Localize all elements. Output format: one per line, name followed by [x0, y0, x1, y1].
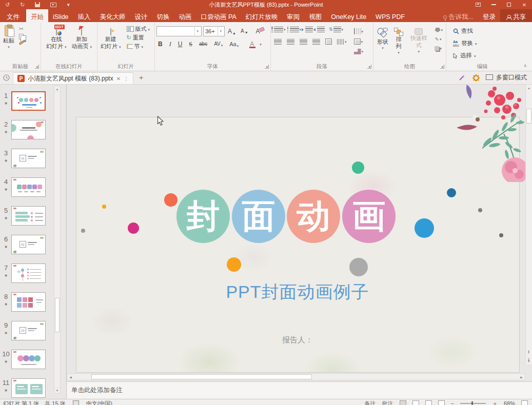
presenter-text[interactable]: 报告人：: [236, 335, 359, 345]
slideshow-view-button[interactable]: [438, 400, 445, 405]
gear-icon[interactable]: [472, 74, 480, 82]
document-tab[interactable]: 小清新文艺风ppt 模板 (83).pptx ✕ ⋮: [13, 72, 133, 84]
comments-toggle-button[interactable]: 批注: [382, 400, 393, 405]
minimize-button[interactable]: [486, 0, 501, 9]
decor-dot[interactable]: [164, 193, 178, 207]
thumbnail-scrollbar-thumb[interactable]: [55, 298, 60, 332]
section-button[interactable]: 节▾: [126, 43, 151, 50]
align-left-button[interactable]: [272, 38, 283, 46]
shape-effects-button[interactable]: ▾: [433, 45, 444, 52]
accessibility-icon[interactable]: [73, 400, 79, 405]
convert-smartart-button[interactable]: ▾: [352, 48, 365, 55]
arrange-button[interactable]: 排列 ▾: [392, 24, 405, 55]
next-slide-button[interactable]: ▼▼: [525, 356, 532, 363]
previous-slide-button[interactable]: ▲▲: [525, 348, 532, 355]
decor-dot[interactable]: [499, 233, 503, 237]
notes-pane[interactable]: 单击此处添加备注: [67, 381, 532, 399]
scroll-left-icon[interactable]: ◀: [67, 374, 74, 380]
horizontal-scrollbar-thumb[interactable]: [91, 374, 312, 379]
clipboard-dialog-launcher[interactable]: [35, 65, 39, 69]
decor-dot[interactable]: [447, 188, 456, 197]
cover-badge[interactable]: 画: [342, 190, 396, 243]
restore-button[interactable]: [501, 0, 517, 9]
tab-wps-pdf[interactable]: WPS PDF: [371, 9, 409, 22]
paste-button[interactable]: 粘贴 ▾: [2, 24, 16, 50]
tab-meihua-dashi[interactable]: 美化大师: [95, 9, 130, 22]
thumbnail-scroll-up-icon[interactable]: ▲: [54, 86, 60, 92]
underline-button[interactable]: U: [176, 40, 184, 48]
thumbnail-scrollbar[interactable]: ▲ ▼: [54, 86, 61, 394]
decrease-font-button[interactable]: A▼: [239, 28, 250, 35]
new-slide-button[interactable]: ★ 新建 幻灯片 ▾: [99, 24, 123, 51]
sign-in-button[interactable]: 登录: [478, 9, 500, 22]
align-center-button[interactable]: [285, 38, 296, 46]
scroll-up-icon[interactable]: ▲: [526, 85, 532, 91]
cut-button[interactable]: ✂: [19, 26, 27, 32]
drawing-dialog-launcher[interactable]: [440, 65, 444, 69]
bold-button[interactable]: B: [156, 40, 164, 48]
replace-button[interactable]: Aaabc 替换 ▾: [452, 38, 478, 48]
justify-button[interactable]: [311, 38, 322, 46]
distribute-button[interactable]: [324, 37, 333, 46]
select-button[interactable]: 选择 ▾: [452, 51, 477, 60]
clear-formatting-button[interactable]: A: [254, 27, 262, 35]
zoom-out-icon[interactable]: −: [451, 400, 454, 405]
font-color-button[interactable]: A: [248, 40, 256, 48]
multi-window-mode-button[interactable]: 多窗口模式: [487, 73, 527, 82]
decrease-indent-button[interactable]: [304, 26, 314, 33]
decor-dot[interactable]: [128, 222, 139, 234]
start-slideshow-icon[interactable]: [50, 3, 56, 7]
undo-icon[interactable]: ↺: [5, 2, 10, 8]
flower-decoration[interactable]: [454, 85, 525, 182]
font-name-combo[interactable]: ▾: [156, 26, 202, 36]
font-dialog-launcher[interactable]: [265, 65, 269, 69]
line-spacing-button[interactable]: ⇅▾: [327, 26, 345, 33]
decor-dot[interactable]: [478, 208, 482, 212]
columns-button[interactable]: ▾: [336, 38, 348, 46]
notes-toggle-button[interactable]: 备注: [365, 400, 376, 405]
cover-badge[interactable]: 封: [176, 190, 230, 243]
tab-view[interactable]: 视图: [304, 9, 326, 22]
numbering-button[interactable]: ▾: [288, 26, 303, 33]
quick-styles-button[interactable]: 快速样式 ▾: [407, 24, 430, 54]
tab-animations[interactable]: 动画: [174, 9, 196, 22]
new-animation-page-button[interactable]: 新加 动画页 ▾: [70, 24, 94, 51]
new-tab-button[interactable]: ＋: [133, 71, 149, 84]
tab-menu-icon[interactable]: ⋮: [124, 76, 129, 82]
find-button[interactable]: 查找: [452, 26, 474, 36]
italic-button[interactable]: I: [168, 40, 173, 48]
cover-badge[interactable]: 面: [232, 190, 285, 243]
strikethrough-button[interactable]: S: [187, 40, 194, 48]
subscript-abc-button[interactable]: abc: [198, 40, 209, 48]
bullets-button[interactable]: ▾: [272, 26, 287, 33]
shape-outline-button[interactable]: ✎▾: [433, 35, 444, 43]
recent-documents-button[interactable]: [0, 71, 13, 84]
increase-font-button[interactable]: A▲: [226, 27, 238, 35]
change-case-button[interactable]: Aa▾: [228, 40, 240, 48]
zoom-slider[interactable]: [460, 403, 486, 404]
tab-file[interactable]: 文件: [0, 9, 26, 22]
shape-fill-button[interactable]: ▾: [433, 27, 444, 33]
zoom-in-icon[interactable]: ＋: [492, 400, 498, 405]
decor-dot[interactable]: [349, 258, 368, 276]
tab-koudai-donghua[interactable]: 口袋动画 PA: [196, 9, 241, 22]
redo-icon[interactable]: ↻: [20, 2, 25, 8]
zoom-percentage[interactable]: 68%: [504, 400, 515, 405]
thumbnail-scroll-down-icon[interactable]: ▼: [54, 387, 60, 393]
tab-review[interactable]: 审阅: [282, 9, 304, 22]
tab-insert[interactable]: 插入: [73, 9, 95, 22]
close-tab-icon[interactable]: ✕: [116, 76, 121, 82]
tab-slideshow[interactable]: 幻灯片放映: [241, 9, 283, 22]
paragraph-dialog-launcher[interactable]: [367, 65, 371, 69]
tab-design[interactable]: 设计: [130, 9, 152, 22]
tell-me-box[interactable]: 告诉我...: [439, 9, 478, 22]
collapse-ribbon-icon[interactable]: ∧: [523, 63, 527, 68]
shapes-button[interactable]: 形状 ▾: [375, 24, 390, 51]
slide-title-text[interactable]: PPT封面动画例子: [133, 280, 462, 304]
decor-dot[interactable]: [81, 229, 85, 233]
close-button[interactable]: ✕: [517, 0, 532, 9]
scroll-right-icon[interactable]: ▶: [518, 374, 525, 380]
vertical-scrollbar-thumb[interactable]: [526, 109, 531, 124]
tab-home[interactable]: 开始: [26, 9, 48, 22]
horizontal-scrollbar[interactable]: ◀ ▶: [67, 373, 525, 380]
